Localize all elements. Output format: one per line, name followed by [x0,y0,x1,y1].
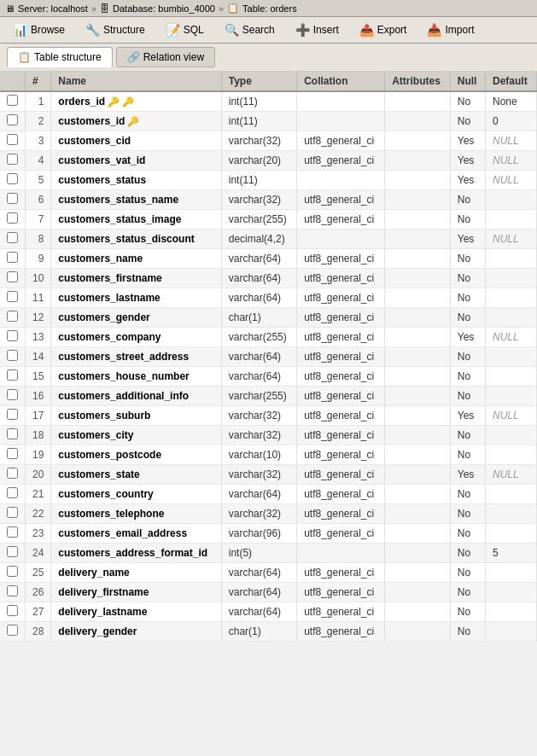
row-number: 2 [26,112,51,131]
browse-icon: 📊 [13,23,27,37]
column-null: Yes [450,406,485,426]
row-checkbox[interactable] [7,526,18,538]
table-row: 27delivery_lastnamevarchar(64)utf8_gener… [0,602,537,622]
row-checkbox[interactable] [7,605,18,616]
row-checkbox[interactable] [7,173,18,184]
column-null: No [450,91,485,112]
row-number: 13 [26,328,51,347]
column-attributes [385,328,451,347]
relation-view-icon: 🔗 [127,51,140,63]
column-default: NULL [485,230,536,249]
column-name: customers_suburb [51,406,221,426]
key-icon: 🔑 [125,116,139,126]
column-null: No [450,288,485,308]
column-null: No [450,485,485,504]
row-checkbox[interactable] [7,409,18,420]
column-attributes [385,485,451,504]
column-type: varchar(32) [221,504,296,524]
row-number: 4 [26,151,51,171]
column-null: Yes [450,328,485,347]
search-button[interactable]: 🔍 Search [215,19,284,41]
row-checkbox[interactable] [7,330,18,341]
column-type: varchar(32) [221,131,296,151]
row-checkbox[interactable] [7,546,18,557]
row-checkbox[interactable] [7,232,18,243]
row-checkbox[interactable] [7,291,18,302]
column-default: NULL [485,406,536,426]
row-number: 19 [26,445,51,465]
sql-button[interactable]: 📝 SQL [156,19,213,41]
row-checkbox[interactable] [7,114,18,125]
column-collation: utf8_general_ci [297,445,385,465]
table-row: 5customers_statusint(11)YesNULL [0,171,537,190]
column-default [485,367,536,387]
row-checkbox[interactable] [7,507,18,518]
structure-label: Structure [103,24,145,36]
row-checkbox[interactable] [7,154,18,165]
column-type: varchar(32) [221,406,296,426]
import-button[interactable]: 📥 Import [417,19,483,41]
column-collation: utf8_general_ci [297,602,385,622]
row-number: 6 [26,190,51,210]
column-default: NULL [485,171,536,190]
header-type: Type [221,72,296,91]
column-attributes [385,151,451,171]
column-type: varchar(64) [221,563,296,583]
column-attributes [385,406,451,426]
row-checkbox[interactable] [7,134,18,145]
column-null: No [450,190,485,210]
table-structure-button[interactable]: 📋 Table structure [7,47,113,67]
table-row: 12customers_genderchar(1)utf8_general_ci… [0,308,537,328]
column-default [485,288,536,308]
table-wrapper: # Name Type Collation Attributes Null De… [0,72,537,642]
row-checkbox[interactable] [7,350,18,361]
row-checkbox[interactable] [7,625,18,636]
column-type: varchar(255) [221,210,296,230]
column-collation [297,112,385,131]
column-default: NULL [485,465,536,485]
browse-button[interactable]: 📊 Browse [3,19,74,41]
column-name: orders_id 🔑 🔑 [51,91,221,112]
column-null: Yes [450,151,485,171]
column-type: varchar(32) [221,465,296,485]
column-name: customers_cid [51,131,221,151]
structure-table: # Name Type Collation Attributes Null De… [0,72,537,642]
row-checkbox[interactable] [7,252,18,263]
column-type: char(1) [221,308,296,328]
column-null: No [450,622,485,642]
row-checkbox[interactable] [7,95,18,106]
table-row: 22customers_telephonevarchar(32)utf8_gen… [0,504,537,524]
row-checkbox[interactable] [7,311,18,322]
column-null: Yes [450,131,485,151]
table-row: 23customers_email_addressvarchar(96)utf8… [0,524,537,544]
column-default: 5 [485,544,536,563]
row-checkbox[interactable] [7,585,18,596]
row-checkbox[interactable] [7,487,18,498]
table-row: 15customers_house_numbervarchar(64)utf8_… [0,367,537,387]
row-checkbox[interactable] [7,369,18,381]
table-row: 13customers_companyvarchar(255)utf8_gene… [0,328,537,347]
table-row: 4customers_vat_idvarchar(20)utf8_general… [0,151,537,171]
row-checkbox[interactable] [7,193,18,204]
row-checkbox[interactable] [7,271,18,282]
row-checkbox[interactable] [7,389,18,400]
server-label: Server: localhost [18,3,88,14]
row-checkbox[interactable] [7,566,18,577]
column-null: No [450,308,485,328]
import-label: Import [445,24,474,36]
column-null: No [450,504,485,524]
structure-button[interactable]: 🔧 Structure [76,19,155,41]
export-button[interactable]: 📤 Export [350,19,417,41]
row-checkbox[interactable] [7,448,18,459]
column-default [485,602,536,622]
table-structure-label: Table structure [34,51,102,63]
column-type: varchar(64) [221,583,296,602]
column-name: customers_city [51,426,221,445]
relation-view-button[interactable]: 🔗 Relation view [116,47,215,67]
row-checkbox[interactable] [7,428,18,439]
column-name: customers_name [51,249,221,269]
row-checkbox[interactable] [7,468,18,479]
insert-button[interactable]: ➕ Insert [286,19,348,41]
row-checkbox[interactable] [7,212,18,224]
column-type: varchar(64) [221,269,296,288]
